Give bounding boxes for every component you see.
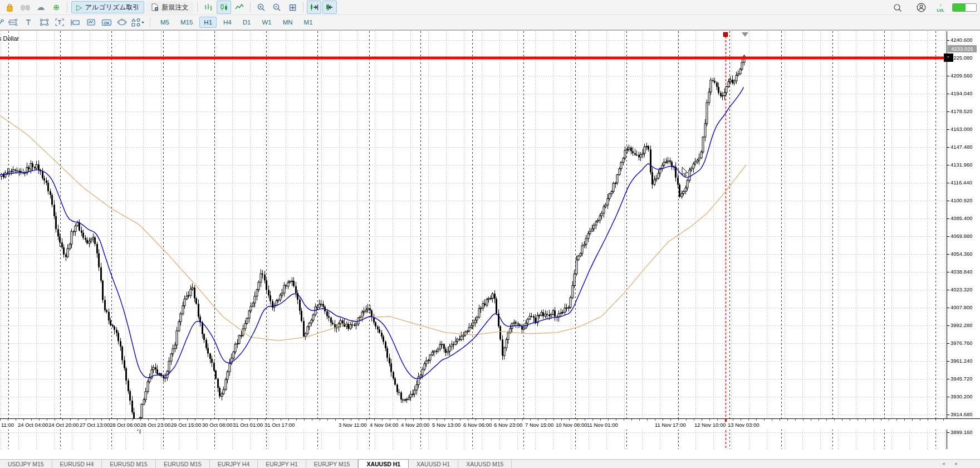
time-axis-label: 11 Nov 17:00 — [655, 422, 686, 428]
chart-shift-icon[interactable] — [322, 1, 337, 14]
battery-progress-fill — [953, 4, 966, 11]
text-label-icon[interactable] — [52, 16, 67, 29]
mt5-application-window: ((o)) ☁ ⊕ ▷ アルゴリズム取引 新規注文 ⊞ — [0, 0, 980, 468]
price-chart-canvas[interactable] — [0, 31, 947, 449]
candlestick-chart-icon[interactable] — [217, 1, 231, 14]
shopping-bag-icon[interactable] — [2, 1, 17, 14]
battery-progress-bar — [952, 3, 977, 12]
broadcast-add-icon[interactable]: ⊕ — [49, 1, 63, 14]
red-vline-axis-tick — [725, 419, 727, 422]
signal-icon[interactable]: ((o)) — [18, 1, 32, 14]
trend-lines-icon[interactable] — [6, 16, 20, 29]
search-icon[interactable] — [890, 1, 905, 14]
chart-tab-xauusd-h1[interactable]: XAUUSD H1 — [358, 459, 409, 468]
current-price-tag: 4233.025 — [948, 45, 977, 52]
price-tick — [947, 129, 949, 130]
algo-trading-button[interactable]: ▷ アルゴリズム取引 — [71, 1, 144, 13]
price-tick — [947, 254, 949, 255]
main-toolbar: ((o)) ☁ ⊕ ▷ アルゴリズム取引 新規注文 ⊞ — [0, 0, 980, 15]
objects-more-icon[interactable] — [130, 16, 145, 29]
cloud-icon[interactable]: ☁ — [33, 1, 48, 14]
time-axis-label: 31 Oct 17:00 — [264, 422, 295, 428]
price-tick — [947, 94, 949, 94]
zoom-out-icon[interactable] — [270, 1, 284, 14]
time-axis-label: 30 Oct 08:00 — [202, 422, 232, 428]
price-tick — [947, 343, 949, 344]
price-axis-label: 4038.840 — [950, 269, 973, 275]
drawing-toolbar: OK M5M15H1H4D1W1MNM1 — [0, 15, 980, 30]
price-axis-label: 4023.320 — [950, 286, 973, 292]
time-axis[interactable]: 11:0024 Oct 04:0024 Oct 20:0027 Oct 13:0… — [0, 418, 980, 430]
timeframe-d1[interactable]: D1 — [238, 17, 256, 28]
account-icon[interactable] — [914, 1, 928, 14]
timeframe-h1[interactable]: H1 — [199, 17, 217, 28]
new-order-label: 新規注文 — [161, 3, 188, 12]
chart-tab-eurusd-m15[interactable]: EURUSD M15 — [102, 460, 156, 468]
chart-tab-bar: USDJPY M15EURUSD H4EURUSD M15EURUSD M15E… — [0, 459, 980, 468]
tab-scroll-left-icon[interactable]: ◄ — [941, 461, 945, 466]
timeframe-m1[interactable]: M1 — [300, 17, 317, 28]
price-label-icon[interactable] — [68, 16, 82, 29]
time-axis-label: 6 Nov 06:00 — [463, 422, 492, 428]
price-tick — [947, 236, 949, 237]
price-axis-label: 4007.800 — [950, 304, 973, 310]
timeframe-w1[interactable]: W1 — [257, 17, 276, 28]
algo-trading-label: アルゴリズム取引 — [85, 3, 140, 12]
price-axis-label: 4194.040 — [950, 90, 973, 96]
chart-tab-eurusd-h4[interactable]: EURUSD H4 — [52, 460, 102, 468]
price-tick — [947, 40, 949, 41]
time-axis-label: 7 Nov 15:00 — [525, 422, 553, 428]
price-tick — [947, 397, 949, 397]
bar-chart-icon[interactable] — [201, 1, 215, 14]
time-axis-label: 28 Oct 06:00 — [110, 422, 140, 428]
level-icon[interactable]: ↑ LVL — [937, 3, 944, 13]
price-axis-label: 3899.160 — [950, 429, 973, 435]
price-axis-label: 4178.520 — [950, 108, 973, 114]
price-axis-label: 4131.960 — [950, 162, 973, 168]
price-tick — [947, 361, 949, 362]
new-order-button[interactable]: 新規注文 — [146, 1, 193, 13]
price-tick — [947, 165, 949, 165]
timeframe-m5[interactable]: M5 — [156, 17, 174, 28]
toolbar-separator — [303, 2, 303, 12]
indicator-box-icon[interactable] — [84, 16, 98, 29]
timeframe-mn[interactable]: MN — [278, 17, 297, 28]
ok-dialog-icon[interactable]: OK — [99, 16, 114, 29]
toolbar-separator — [67, 2, 67, 12]
mouse-cursor — [682, 167, 688, 177]
price-axis[interactable]: 4233.025 ≡ 4240.6004225.0804209.5604194.… — [947, 31, 980, 449]
chart-tab-eurusd-m15[interactable]: EURUSD M15 — [156, 460, 210, 468]
chart-tab-eurjpy-m15[interactable]: EURJPY M15 — [306, 460, 359, 468]
chart-tab-xauusd-m15[interactable]: XAUUSD M15 — [458, 460, 512, 468]
chart-tab-usdjpy-m15[interactable]: USDJPY M15 — [0, 460, 52, 468]
timeframe-h4[interactable]: H4 — [219, 17, 236, 28]
line-chart-icon[interactable] — [232, 1, 247, 14]
time-axis-label: 11:00 — [1, 422, 14, 428]
time-axis-label: 11 Nov 01:00 — [587, 422, 618, 428]
price-axis-label: 3976.760 — [950, 340, 973, 346]
ellipse-icon[interactable] — [115, 16, 129, 29]
price-tick — [947, 432, 949, 433]
chart-tab-eurjpy-h4[interactable]: EURJPY H4 — [210, 460, 258, 468]
tile-windows-icon[interactable]: ⊞ — [285, 1, 300, 14]
time-axis-label: 12 Nov 10:00 — [694, 422, 726, 428]
price-tick — [947, 201, 949, 201]
chart-tab-xauusd-h1[interactable]: XAUUSD H1 — [409, 460, 458, 468]
timeframe-group: M5M15H1H4D1W1MNM1 — [155, 17, 318, 28]
tab-scroll-arrows: ◄ ► — [941, 459, 959, 468]
price-tick — [947, 58, 949, 58]
zoom-in-icon[interactable] — [254, 1, 268, 14]
price-tick — [947, 147, 949, 148]
time-axis-label: 29 Oct 15:00 — [171, 422, 201, 428]
tab-scroll-right-icon[interactable]: ► — [954, 461, 959, 466]
vertical-line-icon[interactable] — [21, 16, 36, 29]
price-axis-label: 3914.680 — [950, 411, 973, 417]
timeframe-m15[interactable]: M15 — [176, 17, 197, 28]
chart-tab-eurjpy-h1[interactable]: EURJPY H1 — [258, 460, 306, 468]
shape-rect-icon[interactable] — [37, 16, 51, 29]
auto-scroll-icon[interactable] — [307, 1, 321, 14]
price-axis-label: 3945.720 — [950, 376, 973, 382]
crosshair-icon[interactable] — [0, 16, 4, 29]
price-axis-label: 4085.400 — [950, 215, 973, 221]
price-axis-label: 4163.000 — [950, 126, 973, 132]
